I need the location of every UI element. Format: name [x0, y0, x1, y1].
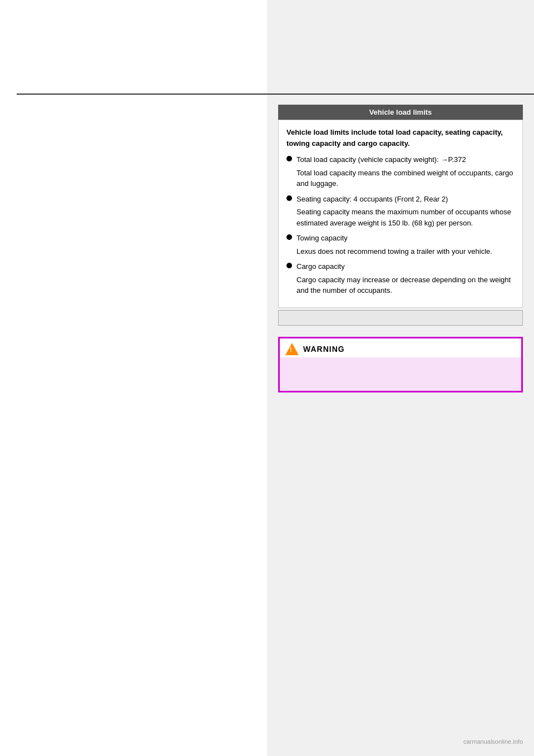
section-header-text: Vehicle load limits: [369, 108, 432, 116]
bullet-dot-4: [286, 263, 292, 268]
partial-section-box: [278, 310, 523, 326]
sub-text-3: Lexus does not recommend towing a traile…: [296, 246, 515, 257]
bullet-dot-3: [286, 234, 292, 240]
bullet-item-4: Cargo capacity: [286, 261, 515, 272]
warning-triangle-icon: [285, 343, 299, 355]
sub-text-4: Cargo capacity may increase or decrease …: [296, 274, 515, 296]
warning-header: WARNING: [280, 338, 521, 357]
page-container: Vehicle load limits Vehicle load limits …: [0, 0, 534, 756]
left-page-area: [0, 0, 267, 756]
warning-label-text: WARNING: [303, 345, 345, 354]
bullet-text-2: Seating capacity: 4 occupants (Front 2, …: [296, 194, 448, 205]
bullet-item-2: Seating capacity: 4 occupants (Front 2, …: [286, 194, 515, 205]
bullet-dot-2: [286, 195, 292, 201]
warning-box: WARNING: [278, 337, 523, 392]
bullet-text-4: Cargo capacity: [296, 261, 345, 272]
watermark: carmanualsonline.info: [463, 738, 523, 745]
intro-bold-text: Vehicle load limits include total load c…: [286, 127, 515, 149]
bullet-text-1: Total load capacity (vehicle capacity we…: [296, 154, 466, 165]
warning-content-area: [280, 357, 521, 391]
bullet-text-3: Towing capacity: [296, 233, 348, 244]
sub-text-1: Total load capacity means the combined w…: [296, 168, 515, 189]
right-content-area: Vehicle load limits Vehicle load limits …: [267, 94, 534, 392]
bullet-dot-1: [286, 156, 292, 161]
bullet-item-3: Towing capacity: [286, 233, 515, 244]
sub-text-2: Seating capacity means the maximum numbe…: [296, 207, 515, 228]
section-header: Vehicle load limits: [278, 105, 523, 120]
bullet-item-1: Total load capacity (vehicle capacity we…: [286, 154, 515, 165]
content-box: Vehicle load limits include total load c…: [278, 120, 523, 308]
